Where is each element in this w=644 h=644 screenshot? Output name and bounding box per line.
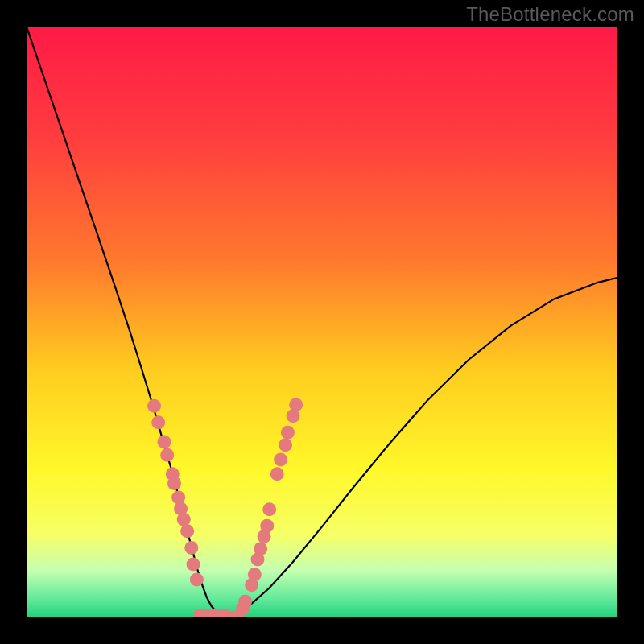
watermark-label: TheBottleneck.com: [466, 3, 634, 26]
sample-dot: [289, 398, 303, 411]
plot-area: [27, 27, 617, 617]
sample-dot: [281, 426, 295, 440]
sample-dot: [167, 477, 181, 490]
sample-dot: [158, 436, 171, 449]
sample-dot: [180, 524, 194, 538]
chart-overlay: [27, 27, 617, 617]
sample-dot: [262, 502, 276, 516]
sample-dot: [260, 519, 274, 533]
sample-dot: [160, 448, 174, 462]
sample-dot: [151, 415, 165, 429]
sample-dot: [147, 399, 161, 413]
sample-dot: [238, 595, 252, 609]
sample-dot: [248, 568, 262, 581]
sample-dot: [254, 542, 267, 555]
sample-dot: [279, 438, 292, 452]
marker-group: [147, 398, 303, 617]
chart-frame: TheBottleneck.com: [0, 0, 644, 644]
bottleneck-curve: [27, 27, 617, 617]
sample-dot: [190, 573, 204, 587]
sample-dot: [177, 513, 191, 526]
sample-dot: [186, 557, 200, 571]
sample-dot: [171, 491, 185, 505]
sample-dot: [274, 453, 287, 467]
sample-dot: [184, 541, 198, 555]
sample-dot: [270, 467, 284, 481]
